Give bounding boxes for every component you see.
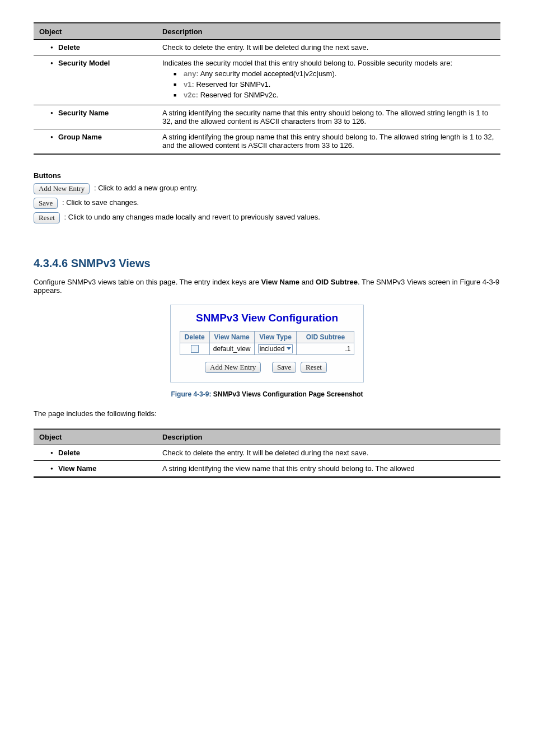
box-add-new-entry-button[interactable]: Add New Entry (205, 362, 261, 373)
th-object: Object (34, 24, 157, 40)
buttons-heading: Buttons (34, 171, 500, 180)
t2-row-delete-desc: Check to delete the entry. It will be de… (157, 445, 500, 461)
secmodel-v2c: v2c: Reserved for SNMPv2c. (174, 91, 495, 99)
hdr-oidsubtree: OID Subtree (297, 332, 354, 343)
viewtype-select[interactable]: included (258, 344, 293, 353)
save-desc: : Click to save changes. (62, 198, 139, 207)
row-groupname-obj: Group Name (50, 133, 151, 141)
figure-caption: Figure 4-3-9: SNMPv3 Views Configuration… (34, 390, 500, 398)
cell-oid: .1 (297, 343, 354, 355)
row-secmodel-obj: Security Model (50, 59, 151, 67)
add-desc: : Click to add a new group entry. (94, 184, 198, 192)
secmodel-v1: v1: Reserved for SNMPv1. (174, 80, 495, 88)
table2-intro: The page includes the following fields: (34, 409, 500, 418)
hdr-viewtype: View Type (254, 332, 297, 343)
row-groupname-desc: A string identifying the group name that… (157, 129, 500, 154)
config-box-title: SNMPv3 View Configuration (180, 312, 355, 324)
box-save-button[interactable]: Save (272, 362, 296, 373)
hdr-viewname: View Name (209, 332, 254, 343)
config-table: Delete View Name View Type OID Subtree d… (180, 331, 355, 355)
t2-th-object: Object (34, 429, 157, 445)
parameters-table-1: Object Description Delete Check to delet… (34, 22, 500, 155)
t2-row-delete-obj: Delete (50, 449, 151, 457)
snmpv3-view-config-box: SNMPv3 View Configuration Delete View Na… (170, 305, 364, 382)
row-secname-obj: Security Name (50, 109, 151, 117)
parameters-table-2: Object Description Delete Check to delet… (34, 428, 500, 478)
t2-row-viewname-obj: View Name (50, 464, 151, 473)
row-secmodel-desc: Indicates the security model that this e… (157, 55, 500, 105)
section-description: Configure SNMPv3 views table on this pag… (34, 278, 500, 295)
reset-button[interactable]: Reset (34, 212, 60, 223)
th-description: Description (157, 24, 500, 40)
secmodel-any: any: Any security model accepted(v1|v2c|… (174, 69, 495, 78)
row-secname-desc: A string identifying the security name t… (157, 105, 500, 129)
row-delete-desc: Check to delete the entry. It will be de… (157, 40, 500, 55)
box-reset-button[interactable]: Reset (301, 362, 327, 373)
t2-row-viewname-desc: A string identifying the view name that … (157, 461, 500, 477)
t2-th-description: Description (157, 429, 500, 445)
cell-viewname: default_view (209, 343, 254, 355)
delete-checkbox[interactable] (191, 345, 199, 353)
reset-desc: : Click to undo any changes made locally… (64, 213, 320, 221)
save-button[interactable]: Save (34, 198, 58, 209)
row-delete-obj: Delete (50, 43, 151, 52)
hdr-delete: Delete (180, 332, 209, 343)
add-new-entry-button[interactable]: Add New Entry (34, 183, 90, 194)
section-heading: 4.3.4.6 SNMPv3 Views (34, 257, 500, 270)
